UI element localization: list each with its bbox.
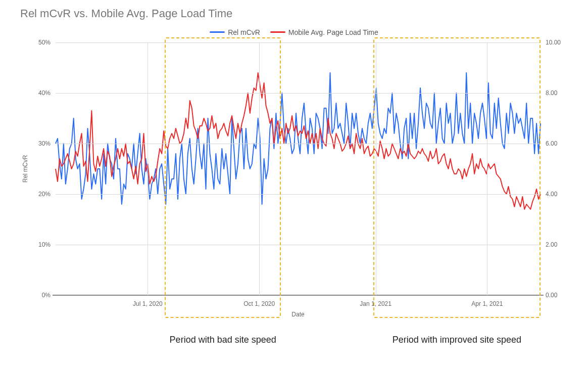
y-left-tick: 40% (38, 89, 51, 97)
gridline-v (148, 42, 148, 295)
plot-area: Rel mCvR Date 0%0.0010%2.0020%4.0030%6.0… (28, 42, 560, 318)
gridline-v (487, 42, 487, 295)
y-left-tick: 20% (38, 191, 51, 198)
y-right-tick: 10.00 (546, 39, 561, 46)
gridline-h (56, 245, 541, 245)
line-chart-svg (56, 42, 541, 295)
y-left-tick: 10% (38, 241, 51, 248)
legend: Rel mCvR Mobile Avg. Page Load Time (0, 26, 588, 36)
highlight-caption-good: Period with improved site speed (393, 335, 521, 345)
x-axis-baseline (53, 295, 544, 296)
y-left-tick: 0% (42, 292, 51, 299)
x-tick: Jul 1, 2020 (133, 300, 163, 307)
y-right-tick: 8.00 (546, 89, 557, 97)
legend-swatch-b (270, 31, 285, 33)
series-line-rel-mcvr (56, 73, 541, 204)
plot-inner: Date 0%0.0010%2.0020%4.0030%6.0040%8.005… (56, 42, 541, 295)
highlight-caption-bad: Period with bad site speed (170, 335, 276, 345)
x-tick: Jan 1, 2021 (360, 300, 391, 307)
legend-label-b: Mobile Avg. Page Load Time (288, 28, 378, 36)
legend-swatch-a (210, 31, 225, 33)
legend-item-a: Rel mCvR (210, 28, 260, 36)
y-axis-label: Rel mCvR (22, 155, 29, 183)
x-tick: Apr 1, 2021 (471, 300, 503, 307)
y-right-tick: 4.00 (546, 191, 557, 198)
gridline-v (376, 42, 376, 295)
y-left-tick: 50% (38, 39, 51, 46)
y-right-tick: 0.00 (546, 292, 557, 299)
y-right-tick: 2.00 (546, 241, 557, 248)
legend-item-b: Mobile Avg. Page Load Time (270, 28, 378, 36)
gridline-h (56, 144, 541, 144)
gridline-h (56, 194, 541, 195)
legend-label-a: Rel mCvR (228, 28, 260, 36)
x-axis-label: Date (291, 311, 304, 318)
x-tick: Oct 1, 2020 (243, 300, 275, 307)
y-right-tick: 6.00 (546, 140, 557, 147)
gridline-h (56, 42, 541, 43)
chart-title: Rel mCvR vs. Mobile Avg. Page Load Time (20, 7, 232, 20)
gridline-v (259, 42, 260, 295)
y-left-tick: 30% (38, 140, 51, 147)
gridline-h (56, 93, 541, 94)
